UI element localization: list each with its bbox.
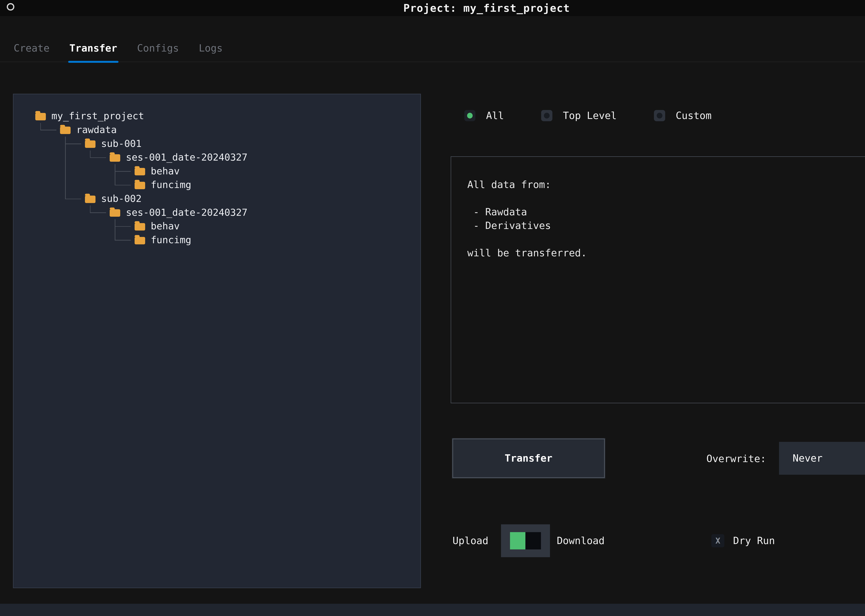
tree-guide <box>110 178 135 192</box>
tree-guide <box>60 151 85 164</box>
tree-guide <box>110 219 135 233</box>
tree-label: sub-002 <box>101 192 142 206</box>
tree-guide <box>85 151 110 164</box>
tree-label: funcimg <box>151 233 191 247</box>
directory-tree-panel[interactable]: my_first_projectrawdatasub-001ses-001_da… <box>13 94 421 588</box>
radio-all[interactable]: All <box>464 110 504 121</box>
tree-row-sub-002[interactable]: sub-002 <box>35 192 414 206</box>
tree-guide <box>35 164 60 178</box>
folder-icon <box>85 140 96 148</box>
tree-guide <box>60 219 85 233</box>
info-line: - Rawdata <box>467 205 865 219</box>
dry-run-checkbox[interactable]: X <box>711 534 724 547</box>
folder-icon <box>110 154 120 162</box>
overwrite-selected-value: Never <box>793 453 823 464</box>
footer-bar <box>0 604 865 616</box>
tab-logs[interactable]: Logs <box>199 35 223 61</box>
folder-icon <box>135 182 145 189</box>
radio-indicator <box>541 110 552 121</box>
switch-off-segment <box>525 532 541 549</box>
switch-on-segment <box>510 532 525 549</box>
tab-bar: CreateTransferConfigsLogs <box>0 35 865 62</box>
tree-guide <box>35 219 60 233</box>
tree-guide <box>60 192 85 206</box>
tree-row-funcimg[interactable]: funcimg <box>35 233 414 247</box>
radio-label: All <box>486 110 504 121</box>
tree-row-ses-001_date-20240327[interactable]: ses-001_date-20240327 <box>35 206 414 219</box>
tree-label: sub-001 <box>101 137 142 151</box>
tree-guide <box>35 178 60 192</box>
folder-icon <box>135 168 145 175</box>
app-window: Project: my_first_project Main Menu Crea… <box>0 0 865 616</box>
checkbox-x-mark: X <box>716 537 720 545</box>
tree-guide <box>60 206 85 219</box>
radio-label: Top Level <box>563 110 617 121</box>
tree-label: behav <box>151 164 179 178</box>
folder-icon <box>60 127 71 134</box>
tree-guide <box>35 137 60 151</box>
tree-row-funcimg[interactable]: funcimg <box>35 178 414 192</box>
radio-indicator <box>464 110 476 121</box>
tree-rows: my_first_projectrawdatasub-001ses-001_da… <box>35 109 414 247</box>
tree-guide <box>35 123 60 137</box>
radio-dot <box>544 113 549 118</box>
tree-guide <box>110 233 135 247</box>
tree-guide <box>85 178 110 192</box>
info-line <box>467 233 865 246</box>
info-line <box>467 192 865 205</box>
tree-row-ses-001_date-20240327[interactable]: ses-001_date-20240327 <box>35 151 414 164</box>
radio-dot <box>657 113 662 118</box>
tree-guide <box>60 137 85 151</box>
tree-guide <box>35 233 60 247</box>
transfer-info-box: All data from: - Rawdata - Derivativeswi… <box>451 156 865 403</box>
radio-custom[interactable]: Custom <box>654 110 712 121</box>
tab-transfer[interactable]: Transfer <box>69 35 117 61</box>
tree-guide <box>85 219 110 233</box>
info-line: All data from: <box>467 178 865 192</box>
tree-label: funcimg <box>151 178 191 192</box>
transfer-button[interactable]: Transfer <box>453 439 605 478</box>
switch-track <box>510 532 541 549</box>
tree-label: behav <box>151 219 179 233</box>
overwrite-select[interactable]: Never ▼ <box>779 442 865 475</box>
upload-download-switch[interactable] <box>501 524 550 557</box>
tree-row-behav[interactable]: behav <box>35 219 414 233</box>
tree-label: ses-001_date-20240327 <box>126 206 248 219</box>
tree-label: ses-001_date-20240327 <box>126 151 248 164</box>
dry-run-label: Dry Run <box>733 535 775 547</box>
folder-icon <box>35 113 46 120</box>
download-label: Download <box>557 535 604 547</box>
radio-top-level[interactable]: Top Level <box>541 110 617 121</box>
tree-guide <box>60 164 85 178</box>
tree-guide <box>60 178 85 192</box>
folder-icon <box>85 196 96 203</box>
tree-guide <box>60 233 85 247</box>
tree-label: my_first_project <box>51 109 144 123</box>
tree-guide <box>35 206 60 219</box>
tree-row-sub-001[interactable]: sub-001 <box>35 137 414 151</box>
tree-guide <box>35 151 60 164</box>
radio-indicator <box>654 110 665 121</box>
info-line: - Derivatives <box>467 219 865 233</box>
transfer-info-lines: All data from: - Rawdata - Derivativeswi… <box>467 178 865 260</box>
upload-label: Upload <box>453 535 488 547</box>
scope-radio-group: AllTop LevelCustom <box>464 110 712 121</box>
tab-create[interactable]: Create <box>14 35 49 61</box>
folder-icon <box>110 209 120 217</box>
info-line: will be transferred. <box>467 246 865 260</box>
tree-row-rawdata[interactable]: rawdata <box>35 123 414 137</box>
tree-row-behav[interactable]: behav <box>35 164 414 178</box>
header-bar: Project: my_first_project <box>0 0 865 16</box>
tree-guide <box>85 233 110 247</box>
folder-icon <box>135 223 145 231</box>
tree-row-my_first_project[interactable]: my_first_project <box>35 109 414 123</box>
tab-configs[interactable]: Configs <box>137 35 179 61</box>
tree-guide <box>85 164 110 178</box>
radio-dot <box>467 113 473 118</box>
tree-guide <box>35 192 60 206</box>
tree-guide <box>85 206 110 219</box>
overwrite-label: Overwrite: <box>706 453 766 465</box>
app-title: Project: my_first_project <box>0 2 865 14</box>
tree-label: rawdata <box>76 123 117 137</box>
radio-label: Custom <box>676 110 712 121</box>
